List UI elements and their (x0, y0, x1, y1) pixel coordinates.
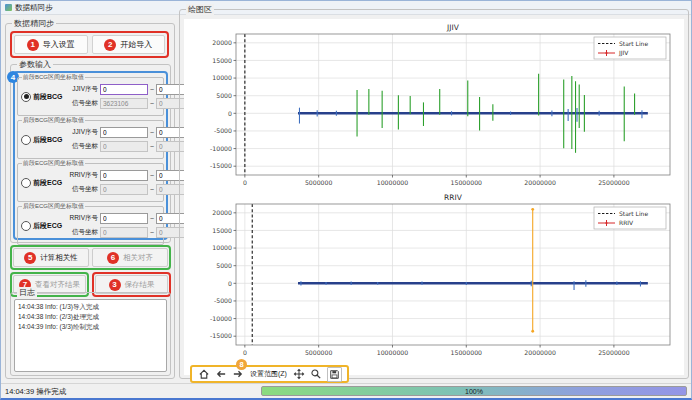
y-tick-label: -5000 (214, 297, 232, 304)
y-tick-label: -5000 (214, 127, 232, 134)
plot-area-label: 绘图区 (186, 4, 214, 15)
front-ecg-range-group: 前段ECG区间坐标取值 前段ECG RRIV序号 ~ (17, 163, 164, 202)
x-tick-label: 25000000 (598, 179, 630, 186)
x-tick-label: 15000000 (451, 349, 483, 356)
zoom-icon[interactable] (310, 368, 323, 381)
plot-area-group: 绘图区 -15000-10000-50000500010000150002000… (179, 9, 689, 379)
start-import-label: 开始导入 (120, 39, 152, 50)
y-tick-label: 5000 (216, 92, 232, 99)
import-annotation-box: 1 导入设置 2 开始导入 (10, 31, 169, 58)
legend-series-sample (605, 222, 607, 224)
signal-coord-label: 信号坐标 (65, 185, 98, 194)
pan-icon[interactable] (293, 368, 306, 381)
rear-ecg-radio[interactable]: 后段ECG (18, 221, 65, 231)
save-icon[interactable] (327, 367, 342, 382)
compute-correlation-label: 计算相关性 (40, 253, 78, 263)
radio-dot-icon[interactable] (21, 221, 31, 231)
correlation-annotation-box: 5 计算相关性 6 相关对齐 (10, 245, 171, 270)
front-bcg-range-group: 前段BCG区间坐标取值 前段BCG JJIV序号 ~ (17, 77, 164, 116)
tilde: ~ (150, 172, 154, 179)
log-line: 14:04:38 Info: (1/3)导入完成 (18, 302, 163, 312)
legend-series-label: RRIV (619, 219, 634, 226)
compute-correlation-button[interactable]: 5 计算相关性 (13, 248, 89, 267)
signal-coord-start-input (100, 227, 148, 238)
x-tick-label: 0 (243, 179, 247, 186)
front-bcg-radio[interactable]: 前段BCG (18, 92, 65, 102)
rriv-index-label: RRIV序号 (65, 214, 98, 223)
errorbar-cap (531, 330, 534, 333)
front-ecg-radio-label: 前段ECG (33, 178, 62, 188)
rear-bcg-range-group: 后段BCG区间坐标取值 后段BCG JJIV序号 ~ (17, 120, 164, 159)
status-message: 14:04:39 操作完成 (5, 387, 66, 397)
legend-series-label: JJIV (618, 49, 629, 57)
rear-bcg-radio[interactable]: 后段BCG (18, 135, 65, 145)
set-range-button[interactable]: 设置范围(Z) (248, 368, 289, 380)
badge-3: 3 (109, 279, 121, 291)
x-tick-label: 10000000 (377, 349, 409, 356)
y-tick-label: -10000 (210, 145, 232, 152)
figure-canvas[interactable]: -15000-10000-500005000100001500020000050… (184, 19, 684, 375)
rear-ecg-radio-label: 后段ECG (33, 221, 62, 231)
badge-5: 5 (24, 252, 36, 264)
y-tick-label: -15000 (210, 162, 232, 169)
x-tick-label: 20000000 (524, 349, 556, 356)
badge-2: 2 (104, 39, 116, 51)
badge-6: 6 (107, 252, 119, 264)
rear-ecg-range-group: 后段ECG区间坐标取值 后段ECG RRIV序号 ~ (17, 206, 164, 245)
tilde: ~ (150, 229, 154, 236)
y-tick-label: 10000 (212, 244, 232, 251)
tilde: ~ (150, 129, 154, 136)
tilde: ~ (150, 86, 154, 93)
app-window: 数据精同步 数据精同步 1 导入设置 2 开始导入 参数输入 4 前段BCG区间… (0, 0, 692, 400)
signal-coord-label: 信号坐标 (65, 228, 98, 237)
log-group: 日志 14:04:38 Info: (1/3)导入完成 14:04:38 Inf… (10, 292, 171, 376)
param-annotation-box: 4 前段BCG区间坐标取值 前段BCG JJIV序号 ~ (13, 71, 168, 240)
x-tick-label: 5000000 (305, 179, 333, 186)
signal-coord-start-input (100, 98, 148, 109)
jjiv-index-start-input[interactable] (100, 84, 148, 95)
rriv-index-start-input[interactable] (100, 170, 148, 181)
log-textarea[interactable]: 14:04:38 Info: (1/3)导入完成 14:04:38 Info: … (14, 299, 167, 372)
radio-dot-icon[interactable] (21, 178, 31, 188)
rear-bcg-radio-label: 后段BCG (33, 135, 63, 145)
legend-startline-label: Start Line (619, 40, 648, 47)
y-tick-label: -10000 (210, 315, 232, 322)
front-ecg-range-label: 前段ECG区间坐标取值 (22, 159, 85, 168)
x-tick-label: 25000000 (598, 349, 630, 356)
y-tick-label: 20000 (212, 209, 232, 216)
progress-percent: 100% (465, 388, 483, 395)
y-tick-label: 15000 (212, 227, 232, 234)
y-tick-label: 10000 (212, 74, 232, 81)
log-group-label: 日志 (17, 287, 37, 298)
import-settings-button[interactable]: 1 导入设置 (14, 35, 88, 54)
radio-dot-icon[interactable] (21, 135, 31, 145)
legend-startline-label: Start Line (619, 210, 648, 217)
front-ecg-radio[interactable]: 前段ECG (18, 178, 65, 188)
sync-group-label: 数据精同步 (12, 18, 56, 29)
x-tick-label: 20000000 (524, 179, 556, 186)
jjiv-index-label: JJIV序号 (65, 128, 98, 137)
app-icon (5, 4, 12, 11)
x-tick-label: 15000000 (451, 179, 483, 186)
front-bcg-radio-label: 前段BCG (33, 92, 63, 102)
jjiv-chart[interactable]: -15000-10000-500005000100001500020000050… (198, 21, 676, 191)
rriv-chart[interactable]: -15000-10000-500005000100001500020000050… (198, 191, 676, 361)
back-icon[interactable] (214, 368, 227, 381)
correlation-align-button[interactable]: 6 相关对齐 (92, 248, 168, 267)
rear-ecg-range-label: 后段ECG区间坐标取值 (22, 202, 85, 211)
chart-title: RRIV (444, 193, 463, 202)
jjiv-index-start-input[interactable] (100, 127, 148, 138)
start-import-button[interactable]: 2 开始导入 (92, 35, 166, 54)
home-icon[interactable] (197, 368, 210, 381)
radio-dot-icon[interactable] (21, 92, 31, 102)
badge-8: 8 (236, 359, 247, 370)
log-line: 14:04:39 Info: (3/3)绘制完成 (18, 322, 163, 332)
import-settings-label: 导入设置 (43, 39, 75, 50)
signal-coord-start-input (100, 141, 148, 152)
y-tick-label: 15000 (212, 57, 232, 64)
window-title: 数据精同步 (15, 3, 53, 13)
y-tick-label: 0 (228, 280, 232, 287)
tilde: ~ (150, 143, 154, 150)
rriv-index-start-input[interactable] (100, 213, 148, 224)
chart-title: JJIV (446, 23, 460, 32)
